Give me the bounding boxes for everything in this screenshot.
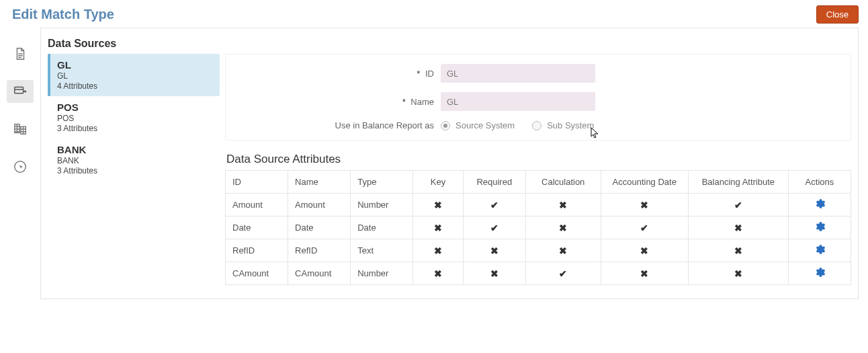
cross-icon: ✖ [490,245,498,256]
cell-id: Date [226,217,288,239]
document-icon[interactable] [7,42,34,65]
left-icon-rail [0,28,40,299]
name-label: Name [410,97,434,107]
cell-balancing: ✖ [688,217,788,239]
radio-dot-icon [532,121,541,130]
col-balancing[interactable]: Balancing Attribute [688,171,788,194]
cell-required: ✖ [463,262,525,285]
cell-key: ✖ [413,194,463,217]
cell-actions [788,262,851,285]
cell-accounting-date: ✔ [601,217,688,239]
cell-type: Number [351,262,413,285]
check-icon: ✔ [640,223,648,233]
balance-report-label: Use in Balance Report as [335,120,434,130]
required-star: * [402,97,406,107]
data-source-attr-count: 4 Attributes [57,81,212,91]
cell-key: ✖ [413,217,463,239]
cell-accounting-date: ✖ [601,194,688,217]
data-source-attr-count: 3 Attributes [57,124,212,133]
radio-sub-system[interactable]: Sub System [532,120,594,130]
attributes-heading: Data Source Attributes [226,153,851,166]
table-row[interactable]: RefIDRefIDText✖✖✖✖✖ [226,239,851,262]
cell-actions [788,239,851,262]
id-field[interactable] [441,64,595,83]
attributes-table: ID Name Type Key Required Calculation Ac… [225,170,851,285]
cross-icon: ✖ [734,268,742,279]
radio-source-label: Source System [455,120,515,130]
cross-icon: ✖ [640,200,648,210]
cell-calculation: ✖ [525,194,601,217]
data-source-attr-count: 3 Attributes [57,166,212,175]
click-target-icon[interactable] [7,155,34,178]
col-calculation[interactable]: Calculation [525,171,601,194]
data-source-form: * ID * Name Use in Bal [225,54,851,141]
table-header-row: ID Name Type Key Required Calculation Ac… [226,171,851,194]
cross-icon: ✖ [434,245,442,256]
cell-required: ✖ [463,239,525,262]
data-source-list: GLGL4 AttributesPOSPOS3 AttributesBANKBA… [48,54,220,285]
col-actions[interactable]: Actions [788,171,851,194]
cell-required: ✔ [463,194,525,217]
radio-dot-icon [441,121,450,130]
data-source-sub: BANK [57,156,212,165]
cell-balancing: ✔ [688,194,788,217]
id-label: ID [425,69,434,79]
cross-icon: ✖ [640,245,648,256]
cross-icon: ✖ [559,200,567,210]
gear-icon[interactable] [814,202,826,212]
data-sources-heading: Data Sources [48,38,858,50]
data-source-title: BANK [57,144,212,155]
close-button[interactable]: Close [816,5,859,24]
cell-calculation: ✖ [525,217,601,239]
cell-calculation: ✖ [525,239,601,262]
data-source-item[interactable]: BANKBANK3 Attributes [48,139,220,181]
cross-icon: ✖ [640,268,648,279]
cell-name: Date [288,217,351,239]
cell-accounting-date: ✖ [601,262,688,285]
cell-id: CAmount [226,262,288,285]
cross-icon: ✖ [734,245,742,256]
spreadsheet-icon[interactable] [7,118,34,141]
cell-type: Date [351,217,413,239]
cell-required: ✔ [463,217,525,239]
check-icon: ✔ [490,200,498,210]
table-row[interactable]: CAmountCAmountNumber✖✖✔✖✖ [226,262,851,285]
col-required[interactable]: Required [463,171,525,194]
radio-source-system[interactable]: Source System [441,120,515,130]
table-row[interactable]: DateDateDate✖✔✖✔✖ [226,217,851,239]
name-field[interactable] [441,92,595,111]
table-row[interactable]: AmountAmountNumber✖✔✖✖✔ [226,194,851,217]
cross-icon: ✖ [734,223,742,233]
check-icon: ✔ [734,200,742,210]
cross-icon: ✖ [434,200,442,210]
cell-type: Number [351,194,413,217]
cell-balancing: ✖ [688,239,788,262]
col-accounting-date[interactable]: Accounting Date [601,171,688,194]
col-name[interactable]: Name [288,171,351,194]
cell-accounting-date: ✖ [601,239,688,262]
cell-id: RefID [226,239,288,262]
cell-name: Amount [288,194,351,217]
cross-icon: ✖ [490,268,498,279]
cross-icon: ✖ [434,268,442,279]
gear-icon[interactable] [814,225,826,235]
datasource-icon[interactable] [7,80,34,103]
cell-actions [788,194,851,217]
data-source-title: POS [57,102,212,113]
cross-icon: ✖ [434,223,442,233]
cell-key: ✖ [413,239,463,262]
data-source-sub: POS [57,114,212,123]
radio-sub-label: Sub System [547,120,594,130]
data-source-sub: GL [57,71,212,81]
cell-name: CAmount [288,262,351,285]
cell-name: RefID [288,239,351,262]
col-id[interactable]: ID [226,171,288,194]
data-source-item[interactable]: GLGL4 Attributes [48,54,220,96]
gear-icon[interactable] [814,270,826,280]
cell-key: ✖ [413,262,463,285]
col-key[interactable]: Key [413,171,463,194]
data-source-title: GL [57,59,212,71]
gear-icon[interactable] [814,247,826,258]
data-source-item[interactable]: POSPOS3 Attributes [48,96,220,139]
col-type[interactable]: Type [351,171,413,194]
